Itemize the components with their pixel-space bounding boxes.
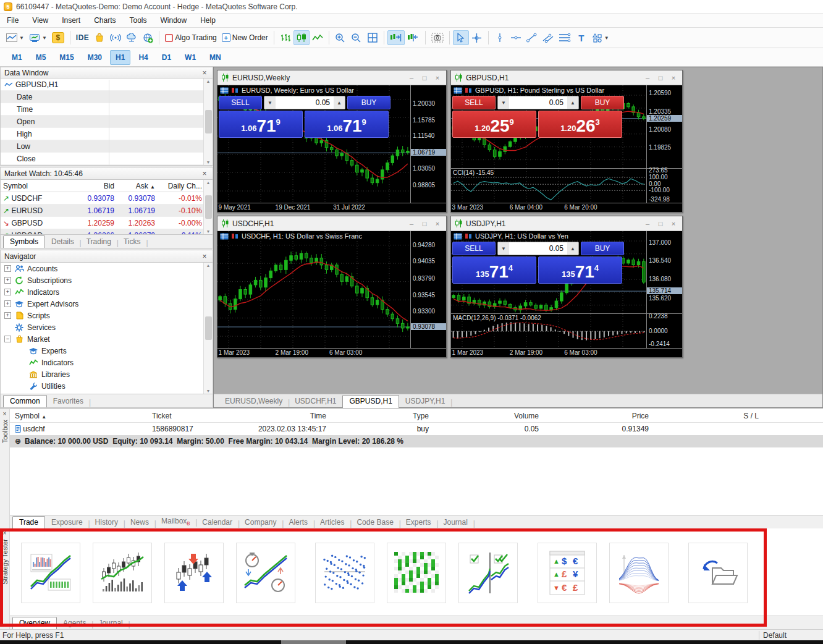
minimize-button[interactable]: – (407, 220, 416, 227)
sell-price-box[interactable]: 1.06719 (219, 111, 303, 138)
scroll-up-icon[interactable]: ▲ (206, 180, 211, 185)
expand-icon[interactable]: + (4, 277, 11, 284)
volume-increase-button[interactable]: ▲ (567, 242, 578, 255)
horizontal-line-tool-button[interactable] (508, 30, 524, 45)
volume-decrease-button[interactable]: ▼ (498, 96, 509, 109)
minimize-button[interactable]: – (643, 220, 652, 227)
market-depth-button[interactable]: ▼ (27, 30, 49, 45)
tester-card-candles-signal-arrows[interactable] (164, 543, 224, 603)
market-button[interactable] (91, 30, 108, 45)
menu-item-help[interactable]: Help (193, 14, 222, 27)
volume-decrease-button[interactable]: ▼ (264, 96, 276, 109)
expand-icon[interactable]: + (4, 312, 11, 319)
close-button[interactable]: × (669, 74, 678, 82)
market-watch-row[interactable]: ↗ USDCAD1.362661.362700.11% (1, 229, 203, 234)
volume-increase-button[interactable]: ▲ (334, 96, 345, 109)
signals-button[interactable] (108, 30, 124, 45)
menu-item-window[interactable]: Window (154, 14, 194, 27)
toolbox-tab-mailbox[interactable]: Mailbox8| (155, 515, 196, 528)
menu-item-insert[interactable]: Insert (55, 14, 87, 27)
shift-end-button[interactable] (387, 30, 405, 45)
trade-col-symbol[interactable]: Symbol ▲ (10, 412, 147, 420)
tab-favorites[interactable]: Favorites| (47, 396, 90, 407)
expand-icon[interactable]: + (4, 289, 11, 295)
navigator-item-expert-advisors[interactable]: +Expert Advisors (1, 298, 203, 310)
navigator-item-accounts[interactable]: +Accounts (1, 263, 203, 274)
time-axis[interactable]: 1 Mar 20232 Mar 19:006 Mar 03:00 (217, 348, 446, 357)
deposit-button[interactable]: $ (49, 30, 67, 45)
fibonacci-tool-button[interactable] (556, 30, 573, 45)
chart-tab-eurusd-weekly[interactable]: EURUSD,Weekly| (219, 396, 289, 407)
col-daily-change[interactable]: Daily Ch... (158, 182, 203, 190)
vps-button[interactable] (124, 30, 140, 45)
zoom-in-button[interactable] (332, 30, 348, 45)
close-button[interactable]: × (669, 220, 678, 227)
price-pane[interactable]: EURUSD, Weekly: Euro vs US DollarSELL▼0.… (217, 85, 410, 203)
toolbox-tab-news[interactable]: News| (124, 517, 155, 528)
data-window-symbol-row[interactable]: GBPUSD,H1 (1, 78, 203, 91)
navigator-item-market[interactable]: −Market (1, 333, 203, 345)
tab-trading[interactable]: Trading| (80, 236, 117, 248)
tester-card-report-chart[interactable] (21, 543, 80, 603)
candle-chart-mode-button[interactable] (293, 30, 310, 45)
timeframe-m5[interactable]: M5 (30, 50, 52, 65)
chart-type-button[interactable]: ▼ (4, 30, 27, 45)
expand-icon[interactable]: + (4, 265, 11, 272)
scrollbar[interactable]: ▲▼ (203, 78, 213, 165)
chart-window-titlebar[interactable]: USDCHF,H1–□× (217, 216, 446, 231)
price-pane[interactable]: USDCHF, H1: US Dollar vs Swiss Franc (217, 231, 410, 348)
close-button[interactable]: × (433, 74, 442, 82)
tester-card-forward-testing[interactable] (458, 543, 518, 603)
price-pane[interactable]: USDJPY, H1: US Dollar vs YenSELL▼0.05▲BU… (451, 231, 646, 313)
sell-price-box[interactable]: 135714 (452, 256, 536, 284)
navigator-item-scripts[interactable]: +Scripts (1, 310, 203, 321)
menu-item-view[interactable]: View (25, 14, 55, 27)
vertical-line-tool-button[interactable] (492, 30, 508, 45)
new-order-button[interactable]: + New Order (219, 30, 271, 45)
menu-item-charts[interactable]: Charts (87, 14, 122, 27)
tile-windows-button[interactable] (365, 30, 381, 45)
timeframe-w1[interactable]: W1 (179, 50, 201, 65)
tab-symbols[interactable]: Symbols (3, 235, 45, 248)
volume-decrease-button[interactable]: ▼ (498, 242, 509, 255)
crosshair-tool-button[interactable] (469, 30, 485, 45)
chart-window-titlebar[interactable]: GBPUSD,H1–□× (451, 70, 682, 85)
tab-ticks[interactable]: Ticks| (117, 236, 147, 248)
indicator-axis[interactable]: 0.22380.0000-0.2414 (646, 313, 682, 348)
minimize-button[interactable]: – (407, 74, 416, 82)
chart-tab-gbpusd-h1[interactable]: GBPUSD,H1 (342, 395, 399, 408)
maximize-button[interactable]: □ (656, 220, 665, 227)
maximize-button[interactable]: □ (656, 74, 665, 82)
timeframe-m1[interactable]: M1 (6, 50, 28, 65)
sell-button[interactable]: SELL (452, 96, 496, 109)
timeframe-h4[interactable]: H4 (133, 50, 153, 65)
close-icon[interactable]: × (200, 69, 209, 77)
tab-details[interactable]: Details| (45, 236, 80, 248)
toolbox-tab-exposure[interactable]: Exposure| (45, 517, 89, 528)
price-axis[interactable]: 1.200301.157851.115401.030500.988051.067… (410, 85, 446, 203)
market-watch-row[interactable]: ↗ USDCHF0.930780.93078-0.01% (1, 192, 203, 205)
tester-tab-journal[interactable]: Journal| (92, 617, 129, 629)
toolbox-tab-experts[interactable]: Experts| (400, 517, 437, 528)
tester-tab-agents[interactable]: Agents| (57, 617, 92, 629)
toolbox-tab-alerts[interactable]: Alerts| (282, 517, 314, 528)
scroll-down-icon[interactable]: ▼ (206, 389, 211, 393)
buy-price-box[interactable]: 1.20263 (538, 111, 622, 138)
expand-icon[interactable]: ⊕ (15, 437, 21, 446)
screenshot-button[interactable] (429, 30, 446, 45)
zoom-out-button[interactable] (348, 30, 365, 45)
auto-scroll-button[interactable] (405, 30, 422, 45)
toolbox-tab-code-base[interactable]: Code Base| (350, 517, 399, 528)
price-axis[interactable]: 137.000136.540136.080135.620135.714 (646, 231, 682, 313)
navigator-item-indicators[interactable]: +Indicators (1, 286, 203, 298)
close-button[interactable]: × (433, 220, 442, 227)
close-icon[interactable]: × (3, 410, 7, 417)
market-watch-row[interactable]: ↗ EURUSD1.067191.06719-0.10% (1, 205, 203, 217)
time-axis[interactable]: 1 Mar 20232 Mar 19:006 Mar 03:00 (451, 348, 682, 357)
close-icon[interactable]: × (200, 252, 209, 261)
timeframe-m30[interactable]: M30 (82, 50, 108, 65)
tester-tab-overview[interactable]: Overview (12, 617, 57, 630)
tester-card-speed-optimization[interactable] (236, 543, 295, 603)
close-icon[interactable]: × (3, 530, 7, 536)
tester-card-open-file[interactable] (688, 543, 748, 603)
